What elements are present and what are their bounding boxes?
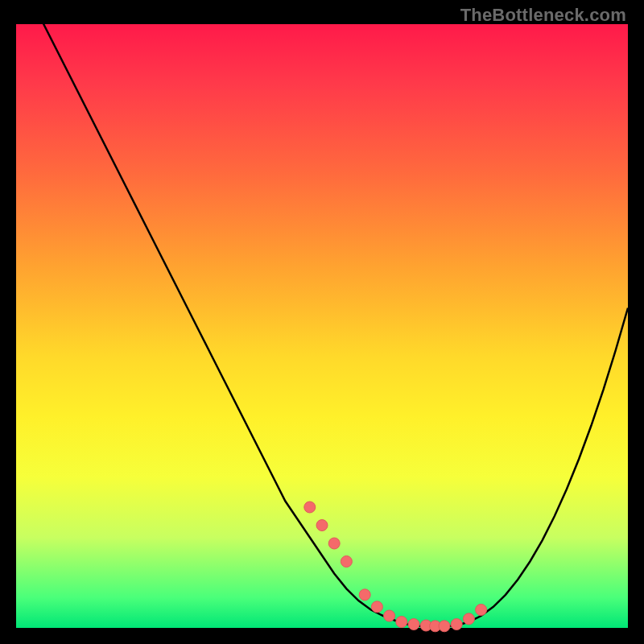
data-point <box>408 619 419 630</box>
data-point <box>439 621 450 632</box>
bottleneck-curve <box>16 0 628 627</box>
data-point <box>476 605 487 616</box>
data-point <box>384 610 395 621</box>
curve-layer <box>16 24 628 628</box>
data-point <box>341 556 352 568</box>
data-point <box>328 538 340 549</box>
watermark-text: TheBottleneck.com <box>460 5 626 26</box>
chart-frame: TheBottleneck.com <box>0 0 644 644</box>
data-point <box>463 613 474 625</box>
data-point <box>304 502 316 513</box>
plot-area <box>16 24 628 628</box>
data-point <box>371 601 382 613</box>
data-point <box>396 617 407 628</box>
data-point <box>316 520 328 531</box>
data-point <box>451 619 462 630</box>
data-point <box>359 589 370 601</box>
